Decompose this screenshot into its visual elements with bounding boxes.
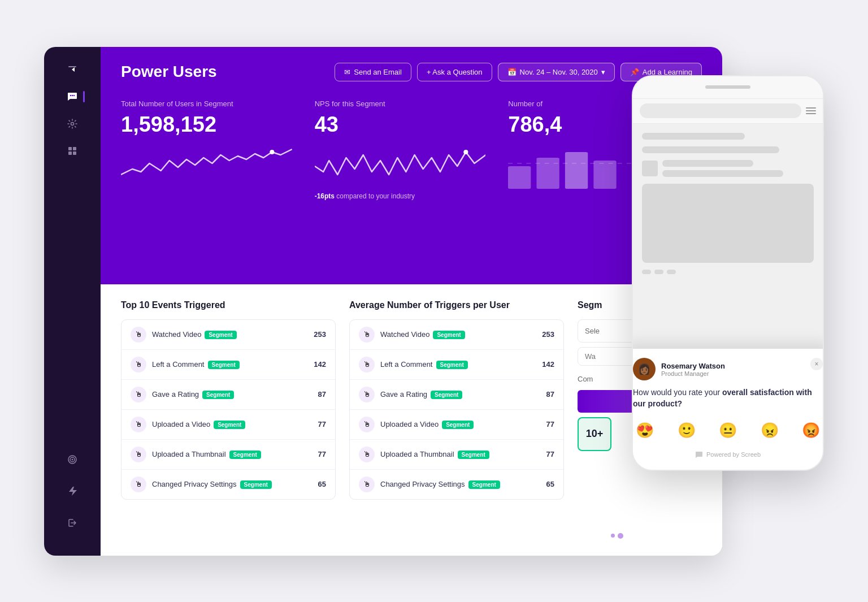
- sidebar-grid-icon[interactable]: [61, 140, 84, 162]
- email-icon: ✉: [344, 68, 350, 76]
- calendar-icon: 📅: [507, 68, 517, 76]
- event-count: 87: [309, 390, 326, 399]
- survey-user: 👩🏾 Rosemary Watson Product Manager: [633, 358, 725, 380]
- event-icon: 🖱: [131, 447, 146, 462]
- table-row: 🖱 Gave a RatingSegment 87: [121, 380, 335, 410]
- metrics-row: Total Number of Users in Segment 1,598,1…: [121, 99, 702, 200]
- svg-rect-6: [73, 147, 76, 150]
- metric-chart-users: [121, 144, 292, 189]
- svg-point-2: [72, 94, 73, 96]
- survey-footer: Powered by Screeb: [633, 451, 823, 458]
- event-count: 142: [537, 360, 554, 369]
- phone-inner: 👩🏾 Rosemary Watson Product Manager × How…: [633, 76, 823, 470]
- top-events-panel: Top 10 Events Triggered 🖱 Watched VideoS…: [121, 300, 336, 540]
- dot-decoration: [611, 534, 615, 538]
- event-icon: 🖱: [359, 387, 375, 402]
- svg-rect-17: [594, 161, 617, 189]
- page-title: Power Users: [121, 63, 217, 81]
- metric-label-users: Total Number of Users in Segment: [121, 99, 292, 108]
- table-row: 🖱 Changed Privacy SettingsSegment 65: [121, 470, 335, 499]
- event-count: 65: [537, 480, 554, 488]
- metric-card-nps: NPS for this Segment 43 -16pts compared …: [315, 99, 509, 200]
- survey-question: How would you rate your overall satisfac…: [633, 387, 823, 409]
- event-badge: Segment: [214, 421, 245, 429]
- event-badge: Segment: [202, 391, 234, 399]
- send-email-button[interactable]: ✉ Send an Email: [335, 63, 411, 81]
- event-badge: Segment: [468, 480, 500, 489]
- top-events-list: 🖱 Watched VideoSegment 253 🖱 Left a Comm…: [121, 319, 336, 500]
- event-badge: Segment: [458, 451, 489, 459]
- table-row: 🖱 Watched VideoSegment 253: [350, 320, 563, 350]
- event-count: 77: [537, 420, 554, 428]
- event-badge: Segment: [433, 331, 465, 339]
- event-name: Changed Privacy SettingsSegment: [152, 480, 303, 488]
- event-count: 77: [309, 450, 326, 458]
- survey-close-button[interactable]: ×: [810, 358, 823, 370]
- event-icon: 🖱: [359, 447, 375, 462]
- event-name: Watched VideoSegment: [380, 330, 532, 339]
- event-icon: 🖱: [359, 357, 375, 373]
- chevron-down-icon: ▾: [601, 68, 605, 76]
- ask-question-button[interactable]: + Ask a Question: [417, 63, 492, 81]
- emoji-neutral-button[interactable]: 😐: [716, 419, 740, 443]
- skeleton-line: [642, 133, 745, 140]
- date-range-button[interactable]: 📅 Nov. 24 – Nov. 30, 2020 ▾: [498, 63, 615, 81]
- event-badge: Segment: [229, 451, 261, 459]
- svg-point-1: [70, 94, 71, 96]
- metric-card-users: Total Number of Users in Segment 1,598,1…: [121, 99, 315, 200]
- table-row: 🖱 Uploaded a VideoSegment 77: [121, 410, 335, 440]
- dots-decoration: [611, 533, 623, 539]
- event-name: Left a CommentSegment: [380, 360, 532, 369]
- top-events-title: Top 10 Events Triggered: [121, 300, 336, 310]
- svg-rect-14: [508, 166, 531, 189]
- sidebar-settings-icon[interactable]: [61, 112, 84, 135]
- table-row: 🖱 Changed Privacy SettingsSegment 65: [350, 470, 563, 499]
- survey-user-role: Product Manager: [661, 370, 725, 377]
- survey-user-info: Rosemary Watson Product Manager: [661, 362, 725, 377]
- event-name: Uploaded a VideoSegment: [380, 420, 532, 428]
- emoji-angry-button[interactable]: 😠: [758, 419, 782, 443]
- svg-rect-15: [537, 158, 559, 189]
- avatar: 👩🏾: [633, 358, 656, 380]
- table-row: 🖱 Left a CommentSegment 142: [350, 350, 563, 380]
- skeleton-dots: [642, 270, 814, 274]
- event-badge: Segment: [442, 421, 474, 429]
- event-badge: Segment: [431, 391, 462, 399]
- sidebar-logout-icon[interactable]: [61, 512, 84, 534]
- emoji-very-angry-button[interactable]: 😡: [799, 419, 823, 443]
- sidebar-target-icon[interactable]: [61, 448, 84, 471]
- avg-triggers-title: Average Number of Triggers per User: [349, 300, 564, 310]
- sidebar-chat-icon[interactable]: [61, 85, 84, 108]
- skeleton-line: [662, 160, 753, 167]
- event-count: 87: [537, 390, 554, 399]
- metric-value-nps: 43: [315, 112, 486, 137]
- sidebar-lightning-icon[interactable]: [61, 480, 84, 503]
- sidebar-toggle-icon[interactable]: [61, 58, 84, 81]
- event-icon: 🖱: [359, 477, 375, 492]
- skeleton-avatar: [642, 161, 658, 176]
- svg-rect-5: [68, 147, 72, 150]
- metric-note-nps: -16pts compared to your industry: [315, 192, 486, 200]
- phone-content: 👩🏾 Rosemary Watson Product Manager × How…: [633, 124, 823, 470]
- table-row: 🖱 Uploaded a ThumbnailSegment 77: [121, 440, 335, 470]
- event-icon: 🖱: [131, 327, 146, 343]
- phone-top-bar: [633, 76, 823, 99]
- table-row: 🖱 Watched VideoSegment 253: [121, 320, 335, 350]
- survey-footer-text: Powered by Screeb: [706, 451, 761, 458]
- dot-decoration: [618, 533, 623, 539]
- skeleton-row: [642, 160, 814, 177]
- event-icon: 🖱: [359, 327, 375, 343]
- event-count: 253: [537, 330, 554, 339]
- emoji-love-button[interactable]: 😍: [633, 419, 657, 443]
- event-name: Changed Privacy SettingsSegment: [380, 480, 532, 488]
- avg-triggers-list: 🖱 Watched VideoSegment 253 🖱 Left a Comm…: [349, 319, 564, 500]
- svg-rect-16: [565, 152, 588, 189]
- event-icon: 🖱: [131, 477, 146, 492]
- phone-browser-bar: [633, 99, 823, 124]
- metric-value-users: 1,598,152: [121, 112, 292, 137]
- hero-header: Power Users ✉ Send an Email + Ask a Ques…: [121, 63, 702, 81]
- event-count: 77: [309, 420, 326, 428]
- emoji-smile-button[interactable]: 🙂: [675, 419, 698, 443]
- svg-rect-8: [73, 151, 76, 155]
- event-icon: 🖱: [131, 357, 146, 373]
